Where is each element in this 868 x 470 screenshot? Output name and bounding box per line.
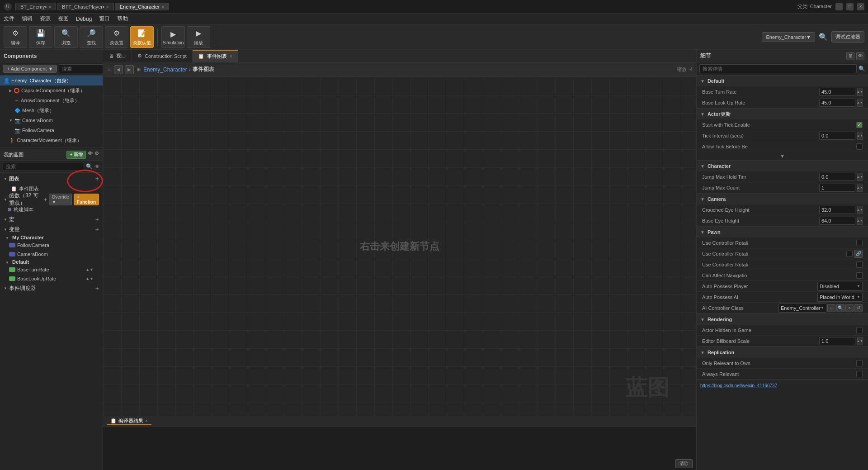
base-look-up-spin[interactable]: ▲▼ bbox=[857, 99, 863, 107]
enemy-character-dropdown[interactable]: Enemy_Character▼ bbox=[762, 32, 815, 42]
always-relevant-checkbox[interactable] bbox=[856, 371, 863, 377]
simulation-btn[interactable]: ▶ Simulation bbox=[161, 26, 185, 48]
base-eye-input[interactable] bbox=[819, 217, 855, 225]
base-eye-spin[interactable]: ▲▼ bbox=[857, 217, 863, 225]
ai-ctrl-arrow-btn[interactable]: ← bbox=[827, 304, 835, 312]
menu-window[interactable]: 窗口 bbox=[99, 15, 110, 23]
viewport-tab[interactable]: 🖥 视口 bbox=[103, 50, 132, 62]
compiler-results-tab[interactable]: 📋 编译器结果 × bbox=[107, 418, 151, 425]
maximize-btn[interactable]: □ bbox=[846, 3, 854, 10]
bp-search-input[interactable] bbox=[3, 162, 84, 171]
section-actor-header[interactable]: ▼ Actor更新 bbox=[697, 109, 868, 119]
jump-max-count-spin[interactable]: ▲▼ bbox=[857, 184, 863, 192]
billboard-scale-input[interactable] bbox=[819, 337, 855, 345]
expand-arrow[interactable]: ▼ bbox=[780, 153, 785, 159]
debug-filter-btn[interactable]: 调试过滤器 bbox=[831, 31, 864, 43]
var-base-turn-rate[interactable]: BaseTurnRate ▲▼ bbox=[0, 265, 103, 274]
component-mesh[interactable]: 🔷 Mesh（继承） bbox=[0, 105, 103, 115]
search-icon-toolbar[interactable]: 🔍 bbox=[818, 32, 829, 43]
component-search-input[interactable] bbox=[59, 64, 103, 73]
details-search-input[interactable] bbox=[699, 64, 857, 73]
ai-ctrl-clear-btn[interactable]: × bbox=[845, 304, 854, 312]
section-rendering-header[interactable]: ▼ Rendering bbox=[697, 314, 868, 325]
details-grid-btn[interactable]: ⊞ bbox=[846, 52, 854, 60]
menu-file[interactable]: 文件 bbox=[4, 15, 14, 23]
star-icon[interactable]: ☆ bbox=[107, 66, 111, 72]
menu-debug[interactable]: Debug bbox=[76, 16, 92, 22]
add-macro-btn[interactable]: + bbox=[95, 216, 99, 223]
add-functions-btn[interactable]: + bbox=[43, 196, 47, 203]
nav-back-btn[interactable]: ◀ bbox=[114, 65, 123, 74]
add-event-dispatcher-btn[interactable]: + bbox=[95, 285, 99, 292]
class-settings-btn[interactable]: ⚙ 类设置 bbox=[105, 26, 128, 48]
use-ctrl-rot2-checkbox[interactable] bbox=[846, 251, 853, 257]
play-btn[interactable]: ▶ 播放 bbox=[187, 26, 210, 48]
var-base-look-up-rate[interactable]: BaseLookUpRate ▲▼ bbox=[0, 274, 103, 283]
base-turn-rate-spin[interactable]: ▲▼ bbox=[857, 88, 863, 96]
event-graph-close[interactable]: × bbox=[230, 54, 232, 59]
tick-interval-input[interactable] bbox=[819, 132, 855, 140]
section-pawn-header[interactable]: ▼ Pawn bbox=[697, 227, 868, 237]
save-btn[interactable]: 💾 保存 bbox=[29, 26, 52, 48]
event-graph-tab[interactable]: 📋 事件图表 × bbox=[193, 50, 238, 62]
eye-icon-bp[interactable]: 👁 bbox=[88, 151, 93, 159]
crouched-eye-spin[interactable]: ▲▼ bbox=[857, 206, 863, 214]
component-follow-camera[interactable]: 📷 FollowCamera bbox=[0, 125, 103, 135]
auto-possess-ai-dropdown[interactable]: Placed in World ▼ bbox=[817, 293, 863, 302]
tab-close-icon2[interactable]: × bbox=[106, 5, 109, 9]
menu-resource[interactable]: 资源 bbox=[40, 15, 51, 23]
add-component-btn[interactable]: + Add Component ▼ bbox=[3, 65, 57, 73]
search-icon-bp[interactable]: 🔍 bbox=[86, 163, 93, 170]
minimize-btn[interactable]: — bbox=[835, 3, 843, 10]
breadcrumb-root[interactable]: Enemy_Character bbox=[143, 66, 187, 73]
details-eye-btn[interactable]: 👁 bbox=[856, 52, 864, 60]
ai-controller-dropdown[interactable]: Enemy_Controller ▼ bbox=[778, 304, 826, 313]
tab-close-icon3[interactable]: × bbox=[161, 5, 164, 9]
clear-btn[interactable]: 清除 bbox=[675, 459, 693, 468]
browse-btn[interactable]: 🔍 浏览 bbox=[54, 26, 78, 48]
add-graph-btn[interactable]: + bbox=[95, 175, 99, 182]
tab-enemy-character[interactable]: Enemy_Character × bbox=[115, 3, 170, 10]
jump-max-count-input[interactable] bbox=[819, 184, 855, 192]
auto-possess-dropdown[interactable]: Disabled ▼ bbox=[817, 282, 863, 291]
jump-max-hold-input[interactable] bbox=[819, 173, 855, 181]
only-relevant-checkbox[interactable] bbox=[856, 360, 863, 366]
menu-view[interactable]: 视图 bbox=[58, 15, 69, 23]
class-defaults-btn[interactable]: 📝 类默认值 bbox=[130, 26, 154, 48]
search-icon-details[interactable]: 🔍 bbox=[859, 66, 865, 72]
settings-icon-bp[interactable]: ⚙ bbox=[94, 151, 99, 159]
ctrl-rot2-link-btn[interactable]: 🔗 bbox=[854, 250, 863, 258]
section-character-header[interactable]: ▼ Character bbox=[697, 161, 868, 171]
menu-edit[interactable]: 编辑 bbox=[22, 15, 33, 23]
tick-interval-spin[interactable]: ▲▼ bbox=[857, 132, 863, 140]
crouched-eye-input[interactable] bbox=[819, 206, 855, 214]
start-tick-checkbox[interactable]: ✓ bbox=[856, 122, 863, 128]
use-ctrl-rot1-checkbox[interactable] bbox=[856, 240, 863, 246]
can-affect-nav-checkbox[interactable] bbox=[856, 272, 863, 279]
blueprint-canvas[interactable]: 右击来创建新节点 蓝图 bbox=[103, 77, 696, 416]
component-enemy-character[interactable]: 👤 Enemy_Character（自身） bbox=[0, 76, 103, 85]
actor-hidden-checkbox[interactable] bbox=[856, 327, 863, 333]
tab-close-icon[interactable]: × bbox=[48, 5, 51, 9]
close-btn[interactable]: × bbox=[857, 3, 864, 10]
component-camera-boom[interactable]: ▼ 📷 CameraBoom bbox=[0, 115, 103, 125]
tab-bt-enemy[interactable]: BT_Enemy• × bbox=[15, 3, 56, 10]
compile-btn[interactable]: ⚙ 编译 bbox=[4, 26, 27, 48]
billboard-scale-spin[interactable]: ▲▼ bbox=[857, 337, 863, 345]
base-turn-rate-input[interactable] bbox=[819, 88, 855, 96]
new-graph-btn[interactable]: + 新增 bbox=[66, 151, 86, 159]
base-look-up-input[interactable] bbox=[819, 99, 855, 107]
ai-ctrl-search-btn[interactable]: 🔍 bbox=[836, 304, 844, 312]
add-variable-btn[interactable]: + bbox=[95, 226, 99, 233]
ai-ctrl-reset-btn[interactable]: ↺ bbox=[854, 304, 863, 312]
function-btn[interactable]: + Function bbox=[74, 194, 99, 205]
component-capsule[interactable]: ▶ ⭕ CapsuleComponent（继承） bbox=[0, 85, 103, 95]
construct-script-item[interactable]: ⚙ 构建脚本 bbox=[0, 204, 103, 214]
section-default-header[interactable]: ▼ Default bbox=[697, 76, 868, 86]
compiler-tab-close[interactable]: × bbox=[145, 418, 148, 423]
component-arrow[interactable]: → ArrowComponent（继承） bbox=[0, 95, 103, 105]
menu-help[interactable]: 帮助 bbox=[117, 15, 128, 23]
component-character-movement[interactable]: 🚶 CharacterMovement（继承） bbox=[0, 135, 103, 145]
construction-tab[interactable]: ⚙ Construction Script bbox=[132, 50, 193, 62]
tab-btt-chase[interactable]: BTT_ChasePlayer• × bbox=[57, 3, 114, 10]
